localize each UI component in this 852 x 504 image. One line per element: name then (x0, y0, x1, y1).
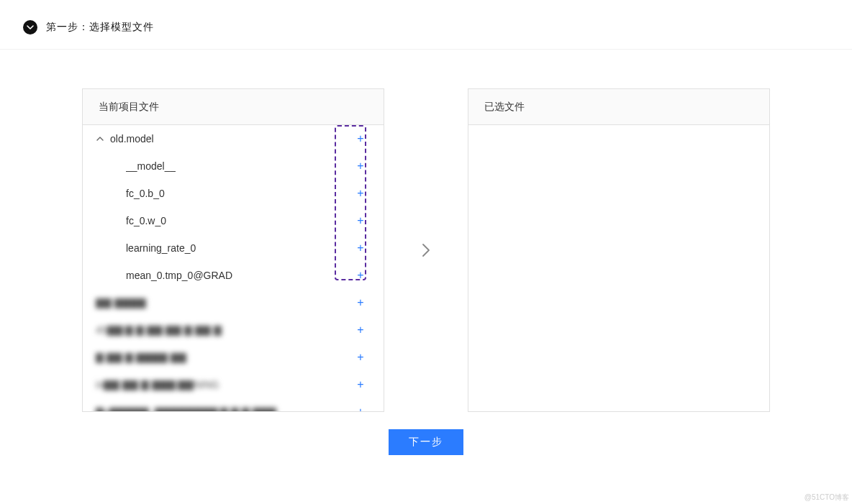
step-check-icon (23, 20, 37, 35)
tree-item-label: ▇ ▇▇ ▇ ▇▇▇▇ ▇▇ (96, 352, 186, 363)
tree-root-label: old.model (110, 133, 154, 145)
tree-child-label: fc_0.w_0 (126, 215, 166, 226)
tree-item-label: ▇p▇▇▇▇▇_▇▇▇▇▇▇▇▇ ▇ ▇ ▇ ▇▇▇ (96, 406, 276, 411)
source-panel-header: 当前项目文件 (83, 89, 384, 125)
add-button[interactable]: + (353, 324, 368, 336)
tree-root-row[interactable]: old.model + (83, 125, 384, 152)
tree-child-row[interactable]: fc_0.b_0 + (83, 180, 384, 207)
source-panel: 当前项目文件 old.model + __model__ + fc_0.b_0 … (82, 88, 384, 412)
target-panel-body[interactable] (468, 125, 769, 411)
step-title: 第一步：选择模型文件 (46, 21, 154, 34)
source-panel-body[interactable]: old.model + __model__ + fc_0.b_0 + fc_0.… (83, 125, 384, 411)
tree-item-row[interactable]: ▇ ▇▇ ▇ ▇▇▇▇ ▇▇ + (83, 344, 384, 371)
transfer-right-button[interactable] (413, 237, 439, 263)
tree-child-row[interactable]: fc_0.w_0 + (83, 207, 384, 234)
add-button[interactable]: + (353, 214, 368, 227)
tree-item-row[interactable]: ▇p▇▇▇▇▇_▇▇▇▇▇▇▇▇ ▇ ▇ ▇ ▇▇▇ + (83, 398, 384, 411)
add-button[interactable]: + (353, 242, 368, 255)
add-button[interactable]: + (353, 378, 368, 391)
add-button[interactable]: + (353, 187, 368, 200)
add-button[interactable]: + (353, 296, 368, 309)
footer: 下一步 (0, 412, 852, 472)
tree-item-label: ▇▇ ▇▇▇▇ (96, 297, 146, 308)
tree-child-label: mean_0.tmp_0@GRAD (126, 270, 232, 281)
tree-item-row[interactable]: in▇▇ ▇▇ ▇ ▇▇▇ ▇▇NING + (83, 371, 384, 398)
add-button[interactable]: + (353, 406, 368, 411)
tree-child-row[interactable]: __model__ + (83, 152, 384, 180)
tree-child-label: __model__ (126, 160, 176, 172)
tree-child-label: learning_rate_0 (126, 242, 196, 254)
tree-child-row[interactable]: learning_rate_0 + (83, 234, 384, 262)
tree-item-label: in▇▇ ▇▇ ▇ ▇▇▇ ▇▇NING (96, 379, 219, 390)
next-button[interactable]: 下一步 (389, 429, 463, 455)
chevron-up-icon[interactable] (96, 134, 104, 143)
target-panel-header: 已选文件 (468, 89, 769, 125)
tree-item-row[interactable]: 45▇▇ ▇ ▇ ▇▇ ▇▇ ▇ ▇▇ ▇ + (83, 316, 384, 344)
tree-item-label: 45▇▇ ▇ ▇ ▇▇ ▇▇ ▇ ▇▇ ▇ (96, 324, 222, 336)
add-button[interactable]: + (353, 160, 368, 173)
tree-item-row[interactable]: ▇▇ ▇▇▇▇ + (83, 289, 384, 316)
add-button[interactable]: + (353, 269, 368, 282)
add-button[interactable]: + (353, 351, 368, 364)
content-area: 当前项目文件 old.model + __model__ + fc_0.b_0 … (0, 50, 852, 412)
tree-child-label: fc_0.b_0 (126, 188, 165, 199)
watermark: @51CTO博客 (805, 492, 849, 503)
tree-child-row[interactable]: mean_0.tmp_0@GRAD + (83, 262, 384, 289)
target-panel: 已选文件 (468, 88, 770, 412)
step-header: 第一步：选择模型文件 (0, 0, 852, 50)
add-button[interactable]: + (353, 132, 368, 145)
